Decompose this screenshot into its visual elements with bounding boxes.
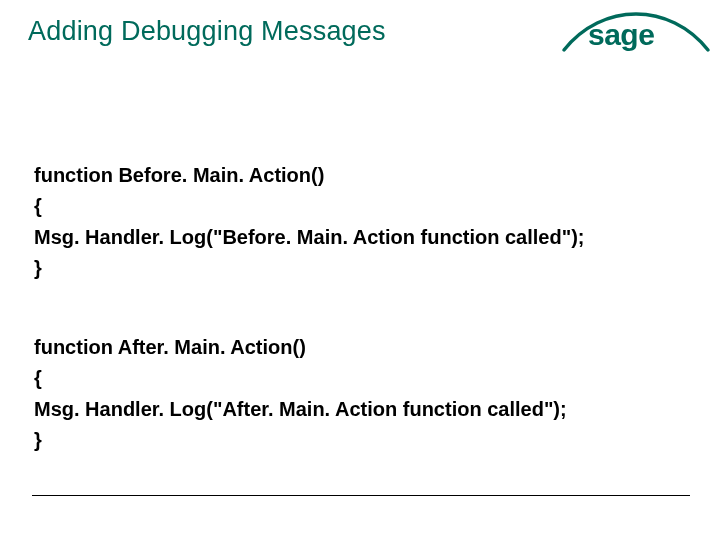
code-line: function After. Main. Action() bbox=[34, 336, 306, 358]
footer-divider bbox=[32, 495, 690, 497]
code-line: { bbox=[34, 367, 42, 389]
sage-logo: sage bbox=[576, 8, 694, 66]
slide: Adding Debugging Messages sage function … bbox=[0, 0, 720, 540]
code-line: function Before. Main. Action() bbox=[34, 164, 324, 186]
code-line: } bbox=[34, 257, 42, 279]
slide-title: Adding Debugging Messages bbox=[28, 16, 386, 47]
code-block-before: function Before. Main. Action() { Msg. H… bbox=[34, 160, 584, 284]
code-line: Msg. Handler. Log("After. Main. Action f… bbox=[34, 398, 567, 420]
logo-text: sage bbox=[588, 18, 654, 52]
code-block-after: function After. Main. Action() { Msg. Ha… bbox=[34, 332, 567, 456]
code-line: Msg. Handler. Log("Before. Main. Action … bbox=[34, 226, 584, 248]
code-line: } bbox=[34, 429, 42, 451]
code-line: { bbox=[34, 195, 42, 217]
